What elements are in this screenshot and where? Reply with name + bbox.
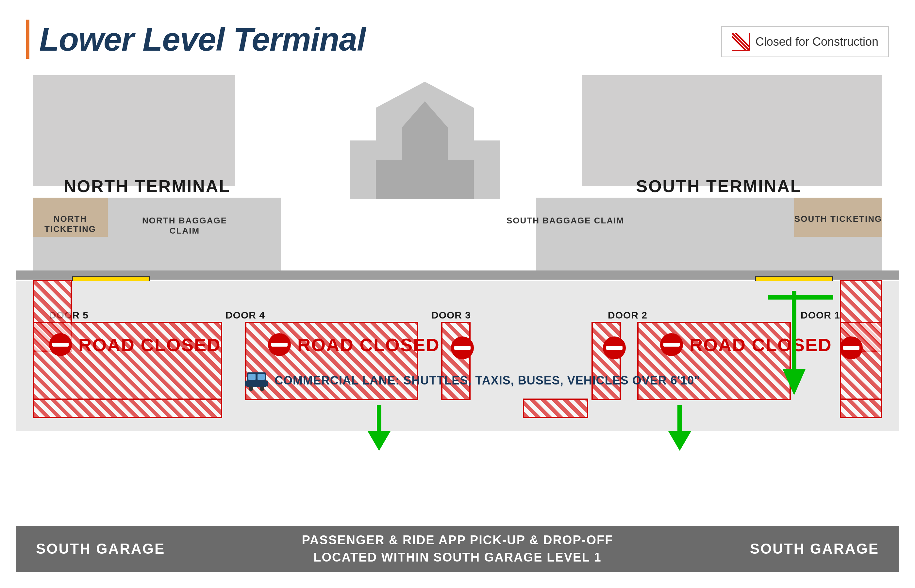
road-closed-text-3: ROAD CLOSED: [690, 334, 832, 355]
south-ticketing-label: SOUTH TICKETING: [794, 214, 882, 224]
pickup-label: PASSENGER & RIDE APP PICK-UP & DROP-OFF …: [302, 531, 613, 566]
center-structure: [310, 75, 539, 199]
road-closed-text-1: ROAD CLOSED: [78, 334, 221, 355]
door3-label: DOOR 3: [432, 310, 471, 321]
south-baggage-label: SOUTH BAGGAGE CLAIM: [500, 216, 631, 226]
svg-line-3: [735, 33, 750, 47]
svg-marker-22: [782, 369, 805, 395]
svg-marker-20: [668, 431, 691, 451]
svg-rect-15: [245, 381, 247, 386]
commercial-lane-text: COMMERCIAL LANE: SHUTTLES, TAXIS, BUSES,…: [275, 374, 700, 388]
bottom-bar: SOUTH GARAGE PASSENGER & RIDE APP PICK-U…: [16, 526, 899, 572]
south-terminal-label: SOUTH TERMINAL: [556, 176, 882, 196]
closed-area-bottom-left: [33, 399, 222, 418]
north-baggage-label: NORTH BAGGAGE CLAIM: [128, 216, 242, 236]
north-ticketing-label: NORTH TICKETING: [33, 214, 108, 234]
south-terminal-building: [582, 75, 882, 186]
closed-area-far-right: [840, 322, 882, 400]
svg-marker-18: [368, 431, 391, 451]
road-closed-sign-1: ROAD CLOSED: [49, 333, 221, 356]
svg-rect-12: [257, 374, 265, 380]
door2-label: DOOR 2: [608, 310, 647, 321]
commercial-lane: COMMERCIAL LANE: SHUTTLES, TAXIS, BUSES,…: [245, 369, 700, 392]
door4-label: DOOR 4: [225, 310, 265, 321]
green-arrow-down-2: [667, 405, 693, 451]
header-accent-bar: [26, 19, 29, 59]
garage-label-right: SOUTH GARAGE: [750, 541, 879, 557]
north-terminal-label: NORTH TERMINAL: [33, 176, 262, 196]
legend: Closed for Construction: [721, 26, 889, 57]
header: Lower Level Terminal: [26, 19, 366, 59]
north-terminal-building: [33, 75, 235, 186]
no-entry-icon-1: [49, 333, 72, 356]
page-title: Lower Level Terminal: [39, 21, 366, 58]
svg-rect-11: [248, 374, 255, 380]
svg-rect-16: [266, 381, 268, 386]
green-arrow-right-down: [781, 291, 807, 395]
no-entry-icon-far-right: [840, 336, 863, 359]
construction-closed-icon: [732, 33, 750, 51]
no-entry-icon-2: [268, 333, 291, 356]
svg-line-1: [732, 33, 750, 51]
closed-area-bottom-mid: [523, 399, 588, 418]
svg-point-13: [249, 386, 253, 391]
road-closed-sign-2: ROAD CLOSED: [268, 333, 440, 356]
svg-point-14: [260, 386, 264, 391]
no-entry-icon-right-center: [603, 336, 626, 359]
closed-area-bottom-right: [840, 399, 882, 418]
no-entry-icon-center: [451, 336, 474, 359]
green-arrow-right-horizontal: [768, 289, 833, 305]
svg-line-2: [732, 36, 746, 51]
legend-label: Closed for Construction: [755, 35, 878, 48]
map-container: NORTH TERMINAL SOUTH TERMINAL NORTH TICK…: [16, 75, 899, 572]
no-entry-icon-3: [660, 333, 683, 356]
bus-icon: [245, 369, 268, 392]
garage-label-left: SOUTH GARAGE: [36, 541, 165, 557]
green-arrow-down-1: [366, 405, 392, 451]
road-closed-text-2: ROAD CLOSED: [297, 334, 440, 355]
